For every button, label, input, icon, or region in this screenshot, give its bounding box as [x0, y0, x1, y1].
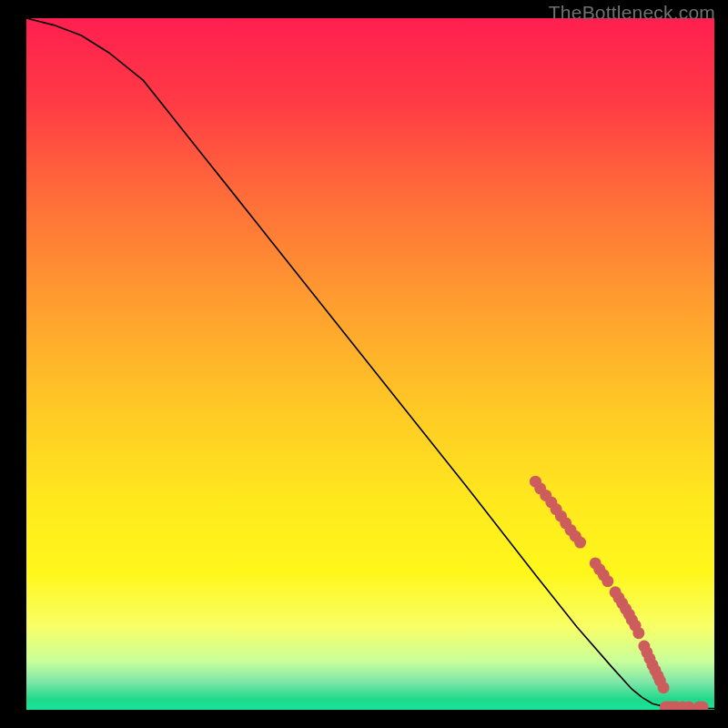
chart-stage: TheBottleneck.com — [0, 0, 728, 728]
highlight-point — [632, 627, 644, 639]
highlight-point — [658, 682, 670, 693]
chart-svg — [26, 18, 714, 710]
highlight-point — [574, 537, 586, 549]
highlight-point — [602, 575, 613, 587]
chart-plot — [26, 18, 714, 710]
chart-background — [26, 18, 714, 710]
